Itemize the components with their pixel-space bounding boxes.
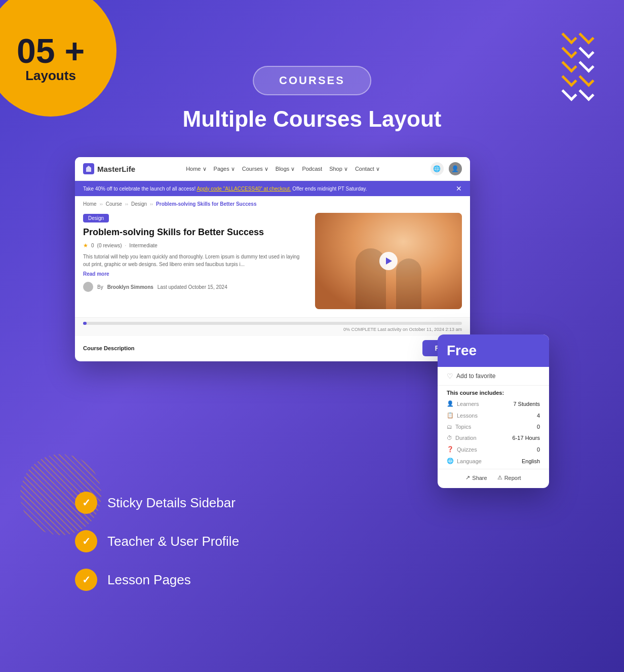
user-avatar[interactable]: 👤 [449, 162, 462, 175]
add-to-favorite-button[interactable]: ♡ Add to favorite [438, 367, 549, 386]
learners-label: 👤 Learners [447, 400, 479, 407]
check-circle-3: ✓ [75, 569, 97, 591]
course-image-area [315, 213, 462, 309]
chevron-icon [561, 71, 577, 87]
nav-shop[interactable]: Shop ∨ [329, 166, 348, 172]
features-list: ✓ Sticky Details Sidebar ✓ Teacher & Use… [75, 492, 239, 591]
play-icon [386, 257, 392, 265]
card-row-lessons: 📋 Lessons 4 [438, 409, 549, 421]
promo-link[interactable]: Apply code "ALLACCESS40" at checkout. [197, 186, 291, 192]
nav-courses[interactable]: Courses ∨ [242, 166, 268, 172]
quizzes-icon: ❓ [447, 446, 454, 453]
favorite-label: Add to favorite [456, 372, 495, 380]
nav-home[interactable]: Home ∨ [186, 166, 206, 172]
nav-links: Home ∨ Pages ∨ Courses ∨ Blogs ∨ Podcast… [186, 166, 380, 172]
promo-close-button[interactable]: ✕ [456, 184, 462, 193]
chevrons-decoration [562, 30, 594, 99]
feature-item-1: ✓ Sticky Details Sidebar [75, 492, 239, 514]
report-icon: ⚠ [497, 474, 502, 481]
quizzes-value: 0 [537, 446, 540, 453]
breadcrumb-sep: ›› [125, 202, 128, 207]
chevron-icon [561, 43, 577, 58]
lessons-icon: 📋 [447, 412, 454, 419]
check-circle-1: ✓ [75, 492, 97, 514]
nav-podcast[interactable]: Podcast [302, 166, 322, 172]
checkmark-icon: ✓ [82, 535, 91, 547]
card-actions: ↗ Share ⚠ Report [438, 469, 549, 488]
breadcrumb-design[interactable]: Design [131, 201, 147, 207]
card-row-language: 🌐 Language English [438, 455, 549, 467]
nav-contact[interactable]: Contact ∨ [355, 166, 380, 172]
progress-bar-wrap [83, 322, 462, 325]
breadcrumb-sep: ›› [150, 202, 153, 207]
brand-icon [83, 163, 94, 174]
checkmark-icon: ✓ [82, 497, 91, 509]
progress-section: 0% COMPLETE Last activity on October 11,… [75, 317, 470, 336]
language-value: English [522, 458, 540, 464]
card-row-duration: ⏱ Duration 6-17 Hours [438, 432, 549, 443]
breadcrumb-home[interactable]: Home [83, 201, 97, 207]
feature-item-2: ✓ Teacher & User Profile [75, 530, 239, 552]
chevron-icon [561, 57, 577, 72]
nav-icons: 🌐 👤 [431, 162, 462, 175]
check-circle-2: ✓ [75, 530, 97, 552]
promo-bar: Take 40% off to celebrate the launch of … [75, 181, 470, 196]
chevron-icon [561, 28, 577, 44]
checkmark-icon: ✓ [82, 574, 91, 586]
rating-value: 0 [91, 243, 94, 248]
chevron-icon [578, 71, 594, 87]
badge-number: 05 + [17, 33, 85, 68]
breadcrumb-course[interactable]: Course [106, 201, 122, 207]
language-label: 🌐 Language [447, 458, 482, 464]
course-thumbnail [315, 213, 462, 309]
updated-date: Last updated October 15, 2024 [158, 284, 227, 290]
topics-icon: 🗂 [447, 424, 452, 430]
author-name: Brooklyn Simmons [107, 284, 153, 290]
play-button[interactable] [379, 252, 398, 270]
course-title: Problem-solving Skills for Better Succes… [83, 227, 307, 238]
lessons-value: 4 [537, 413, 540, 419]
nav-pages[interactable]: Pages ∨ [214, 166, 235, 172]
breadcrumb-sep: ›› [100, 202, 103, 207]
card-row-learners: 👤 Learners 7 Students [438, 398, 549, 409]
card-price: Free [447, 343, 540, 359]
share-icon: ↗ [465, 474, 470, 481]
course-content: Design Problem-solving Skills for Better… [75, 209, 470, 317]
badge-circle: 05 + Layouts [0, 0, 116, 117]
progress-text: 0% COMPLETE Last activity on October 11,… [83, 327, 462, 332]
chevron-icon [578, 43, 594, 58]
feature-text-3: Lesson Pages [107, 572, 191, 588]
promo-text: Take 40% off to celebrate the launch of … [83, 186, 367, 192]
feature-item-3: ✓ Lesson Pages [75, 569, 239, 591]
course-left: Design Problem-solving Skills for Better… [83, 213, 307, 309]
badge-label: Layouts [25, 68, 76, 84]
browser-nav: MasterLife Home ∨ Pages ∨ Courses ∨ Blog… [75, 157, 470, 181]
topics-value: 0 [537, 424, 540, 430]
feature-text-2: Teacher & User Profile [107, 534, 239, 549]
feature-text-1: Sticky Details Sidebar [107, 495, 236, 511]
chevron-icon [578, 57, 594, 72]
quizzes-label: ❓ Quizzes [447, 446, 477, 453]
breadcrumb-current: Problem-solving Skills for Better Succes… [156, 201, 256, 207]
bottom-row: Course Description Free [75, 336, 470, 361]
learners-value: 7 Students [513, 401, 540, 407]
course-description: This tutorial will help you learn quickl… [83, 253, 307, 268]
brand-logo: MasterLife [83, 163, 135, 174]
topics-label: 🗂 Topics [447, 424, 471, 430]
course-rating: ★ 0 (0 reviews) · Intermediate [83, 242, 307, 249]
brand-name: MasterLife [97, 165, 135, 173]
share-button[interactable]: ↗ Share [465, 474, 487, 481]
report-button[interactable]: ⚠ Report [497, 474, 521, 481]
language-icon: 🌐 [447, 458, 454, 464]
browser-mockup: MasterLife Home ∨ Pages ∨ Courses ∨ Blog… [75, 157, 470, 361]
chevron-icon [561, 85, 577, 101]
read-more-link[interactable]: Read more [83, 271, 307, 277]
duration-icon: ⏱ [447, 435, 452, 441]
nav-blogs[interactable]: Blogs ∨ [276, 166, 295, 172]
courses-pill: COURSES [253, 66, 371, 95]
card-row-quizzes: ❓ Quizzes 0 [438, 443, 549, 455]
globe-icon[interactable]: 🌐 [431, 162, 444, 175]
page-title: Multiple Courses Layout [183, 106, 442, 132]
course-desc-label: Course Description [83, 345, 134, 351]
author-avatar [83, 282, 93, 292]
